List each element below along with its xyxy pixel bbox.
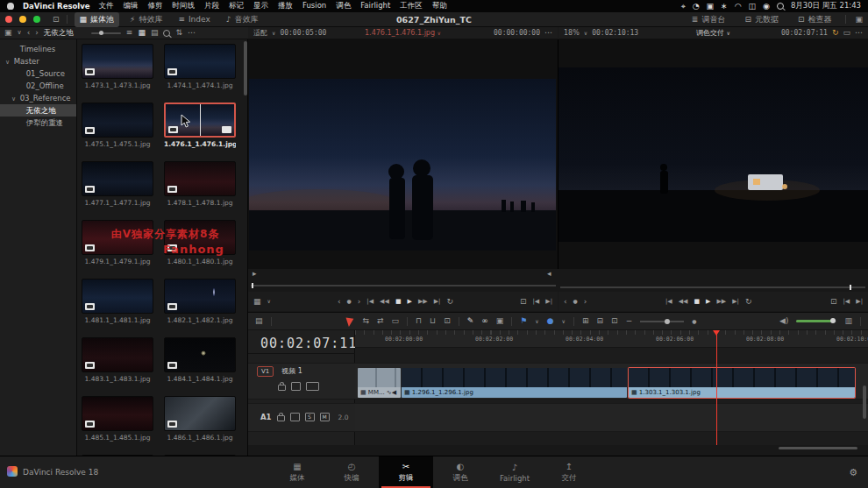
volume-slider[interactable] <box>796 320 836 322</box>
track-enable-icon[interactable] <box>306 382 319 391</box>
menubar-item[interactable]: 调色 <box>336 1 351 11</box>
zoom-custom-icon[interactable]: ⊡ <box>611 317 618 325</box>
menubar-item[interactable]: Fusion <box>302 1 326 11</box>
menubar-item[interactable]: 文件 <box>99 1 114 11</box>
timeline-zoom-slider[interactable] <box>640 321 684 322</box>
page-tab[interactable]: ▦ 媒体 <box>270 456 324 488</box>
track-badge[interactable]: A1 <box>260 413 272 421</box>
replace-clip-icon[interactable]: ⊡ <box>444 317 451 325</box>
selection-mode-tool[interactable] <box>346 315 356 327</box>
zoom-window-button[interactable] <box>33 16 40 23</box>
audio-track-lane[interactable] <box>355 403 868 432</box>
thumbnail-size-slider[interactable] <box>91 32 121 34</box>
clip-thumbnail[interactable] <box>164 44 236 79</box>
chevron-down-icon[interactable]: ∨ <box>267 299 271 304</box>
source-viewer[interactable] <box>248 39 559 269</box>
jog-dot-icon[interactable]: ● <box>573 299 578 304</box>
insert-clip-icon[interactable]: ⊓ <box>416 317 422 325</box>
out-point-marker-icon[interactable]: ◂ <box>547 270 551 278</box>
zoom-dot-icon[interactable]: ● <box>692 319 696 324</box>
step-back-icon[interactable]: ◀◀ <box>380 299 389 305</box>
step-forward-icon[interactable]: ▶▶ <box>716 299 726 305</box>
audio-meter-icon[interactable]: ▥ <box>844 317 852 325</box>
clip-thumbnail[interactable] <box>164 220 236 255</box>
menubar-item[interactable]: Fairlight <box>360 1 390 11</box>
track-badge[interactable]: V1 <box>257 366 274 377</box>
zoom-full-extent-icon[interactable]: ⊞ <box>582 317 589 325</box>
media-clip[interactable]: 1.478.1_1.478.1.jpg <box>164 161 236 216</box>
overwrite-clip-icon[interactable]: ⊔ <box>430 317 436 325</box>
zoom-detail-icon[interactable]: ⊟ <box>597 317 604 325</box>
clip-thumbnail[interactable] <box>82 396 153 431</box>
timeline-options-icon[interactable]: ▤ <box>255 317 263 325</box>
page-tab[interactable]: ◴ 快编 <box>324 456 379 488</box>
bin-item[interactable]: ∨ 03_Reference <box>0 92 76 104</box>
menubar-status-icon[interactable]: ⌖ <box>681 3 686 11</box>
timeline-vscrollbar[interactable] <box>863 385 866 419</box>
clip-thumbnail[interactable] <box>164 396 236 431</box>
media-clip[interactable]: 1.476.1_1.476.1.jpg <box>164 103 236 157</box>
jog-back-icon[interactable]: ‹ <box>338 298 341 306</box>
menubar-status-icon[interactable]: ◠ <box>735 3 742 11</box>
menubar-status-icon[interactable]: ◫ <box>749 3 757 11</box>
media-clip[interactable]: 1.484.1_1.484.1.jpg <box>164 337 236 392</box>
marker-icon[interactable]: ● <box>547 317 554 325</box>
loop-icon[interactable]: ↻ <box>745 298 752 306</box>
media-clip[interactable]: 1.482.1_1.482.1.jpg <box>164 279 236 333</box>
expand-chevron-icon[interactable]: ∨ <box>5 56 11 67</box>
source-clip-name[interactable]: 1.476.1_1.476.1.jpg ∨ <box>248 29 558 37</box>
media-clip[interactable]: 1.483.1_1.483.1.jpg <box>82 337 153 392</box>
toolbar-button[interactable]: ⊟ 元数据 <box>739 12 784 27</box>
step-forward-icon[interactable]: ▶▶ <box>418 299 428 305</box>
mute-icon[interactable]: M <box>320 413 330 421</box>
clip-thumbnail[interactable] <box>164 279 236 314</box>
page-tab[interactable]: ✂ 剪辑 <box>379 456 433 488</box>
clean-feed-icon[interactable]: ⊡ <box>53 16 60 24</box>
stop-icon[interactable]: ■ <box>395 299 402 305</box>
play-icon[interactable]: ▶ <box>706 299 710 305</box>
panel-layout-icon[interactable]: ▣ <box>855 16 863 24</box>
list-view-icon[interactable]: ≡ <box>126 29 133 37</box>
clip-thumbnail[interactable] <box>82 161 153 196</box>
strip-view-icon[interactable]: ▤ <box>151 29 159 37</box>
blade-edit-mode-icon[interactable]: ▭ <box>392 317 400 325</box>
timeline-timecode[interactable]: 00:02:07:11 <box>260 336 357 351</box>
jog-back-icon[interactable]: ‹ <box>564 298 567 306</box>
chevron-down-icon[interactable]: ∨ <box>18 30 22 36</box>
menubar-item[interactable]: 工作区 <box>400 1 423 11</box>
menubar-status-icon[interactable]: ▣ <box>707 3 715 11</box>
toolbar-button[interactable]: ≡ Index <box>173 12 215 27</box>
timeline-clip-selected[interactable]: ▦ 1.303.1_1.303.1.jpg <box>629 368 855 398</box>
goto-out-icon[interactable]: ▶| <box>856 299 863 305</box>
media-clip[interactable]: 1.480.1_1.480.1.jpg <box>164 220 236 274</box>
track-lock-icon[interactable] <box>278 385 286 391</box>
flag-icon[interactable]: ⚑ <box>520 317 527 325</box>
timeline-clip[interactable]: ▦ MM... ∿◀ <box>358 368 401 398</box>
media-clip[interactable]: 1.473.1_1.473.1.jpg <box>82 44 153 98</box>
menubar-item[interactable]: 编辑 <box>124 1 139 11</box>
menubar-item[interactable]: 帮助 <box>432 1 447 11</box>
first-frame-icon[interactable]: |◀ <box>665 299 672 305</box>
menubar-status-icon[interactable]: ∗ <box>721 3 728 11</box>
menubar-item[interactable]: 显示 <box>253 1 268 11</box>
goto-in-icon[interactable]: |◀ <box>843 299 850 305</box>
menubar-item[interactable]: 播放 <box>278 1 293 11</box>
chevron-down-icon[interactable]: ∨ <box>562 319 566 324</box>
position-lock-icon[interactable]: ▣ <box>496 317 504 325</box>
chevron-down-icon[interactable]: ∨ <box>535 319 538 324</box>
step-back-icon[interactable]: ◀◀ <box>679 299 688 305</box>
dynamic-trim-mode-icon[interactable]: ⇄ <box>377 317 384 325</box>
goto-out-icon[interactable]: ▶| <box>545 299 552 305</box>
goto-in-icon[interactable]: |◀ <box>533 299 540 305</box>
media-clip[interactable]: 1.485.1_1.485.1.jpg <box>82 396 153 450</box>
timeline-viewer[interactable] <box>559 39 868 269</box>
menubar-item[interactable]: 时间线 <box>173 1 196 11</box>
media-clip[interactable]: 1.481.1_1.481.1.jpg <box>82 279 153 333</box>
viewer-mode-icon[interactable]: ▦ <box>253 298 261 306</box>
clip-thumbnail[interactable] <box>82 220 153 255</box>
menubar-item[interactable]: 标记 <box>229 1 244 11</box>
clip-thumbnail[interactable] <box>82 337 153 372</box>
last-frame-icon[interactable]: ▶| <box>732 299 739 305</box>
zoom-out-icon[interactable]: − <box>626 317 633 325</box>
toolbar-button[interactable]: ⊡ 检查器 <box>793 12 837 27</box>
